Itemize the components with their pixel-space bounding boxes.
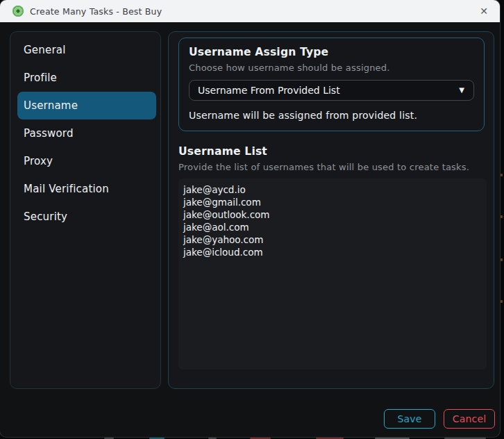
window-title: Create Many Tasks - Best Buy: [30, 6, 162, 17]
save-button[interactable]: Save: [384, 409, 435, 429]
sidebar-item-username[interactable]: Username: [17, 92, 156, 119]
close-button[interactable]: ✕: [468, 0, 500, 22]
dialog-body: GeneralProfileUsernamePasswordProxyMail …: [0, 22, 500, 437]
sidebar: GeneralProfileUsernamePasswordProxyMail …: [10, 31, 161, 389]
username-assign-type-select[interactable]: Username From Provided List ▼: [189, 80, 474, 101]
dialog-window: Create Many Tasks - Best Buy ✕ GeneralPr…: [0, 0, 500, 437]
sidebar-item-general[interactable]: General: [17, 36, 156, 64]
desktop-background: Create Many Tasks - Best Buy ✕ GeneralPr…: [0, 0, 504, 439]
username-list-section: Username List Provide the list of userna…: [178, 145, 485, 370]
footer: Save Cancel: [384, 409, 495, 429]
titlebar[interactable]: Create Many Tasks - Best Buy ✕: [0, 0, 500, 22]
sidebar-item-mail-verification[interactable]: Mail Verification: [17, 175, 156, 203]
sidebar-item-proxy[interactable]: Proxy: [17, 147, 156, 175]
sidebar-item-password[interactable]: Password: [17, 119, 156, 147]
app-logo-icon: [12, 6, 24, 17]
username-list-subtitle: Provide the list of usernames that will …: [178, 162, 485, 172]
content-panel: Username Assign Type Choose how username…: [168, 31, 494, 389]
username-assign-type-section: Username Assign Type Choose how username…: [178, 38, 485, 131]
cancel-button[interactable]: Cancel: [444, 409, 495, 429]
select-value: Username From Provided List: [198, 85, 340, 96]
sidebar-item-security[interactable]: Security: [17, 203, 156, 231]
assign-type-subtitle: Choose how username should be assigned.: [189, 63, 474, 73]
assign-type-title: Username Assign Type: [189, 46, 474, 58]
sidebar-item-profile[interactable]: Profile: [17, 64, 156, 92]
username-list-textarea[interactable]: [178, 179, 487, 370]
close-icon: ✕: [480, 6, 488, 16]
username-list-title: Username List: [178, 145, 485, 158]
chevron-down-icon: ▼: [459, 86, 464, 94]
assign-type-description: Username will be assigned from provided …: [189, 110, 474, 121]
